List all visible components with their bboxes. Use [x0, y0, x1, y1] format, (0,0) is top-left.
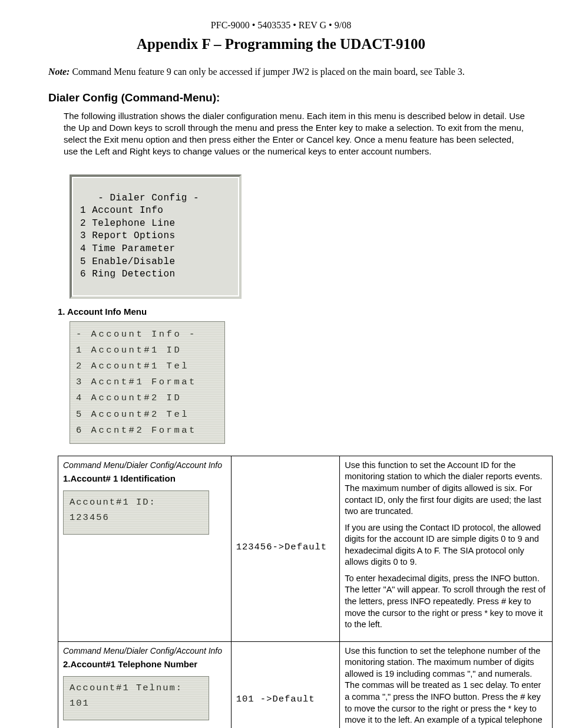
mini-lcd: Account#1 ID: 123456 — [63, 490, 209, 535]
dialer-menu-item: 3 Report Options — [80, 230, 176, 241]
doc-header: PFC-9000 • 5403535 • REV G • 9/08 — [29, 19, 533, 32]
lcd-line1: Account#1 Telnum: — [70, 683, 183, 693]
cell-left: Command Menu/Dialer Config/Account Info … — [58, 456, 232, 641]
row-title: 1.Account# 1 Identification — [63, 473, 226, 485]
dialer-config-menu-inner: - Dialer Config - 1 Account Info 2 Telep… — [73, 178, 238, 295]
breadcrumb: Command Menu/Dialer Config/Account Info — [63, 460, 226, 471]
dialer-menu-item: 4 Time Parameter — [80, 243, 176, 254]
body-text: The following illustration shows the dia… — [64, 110, 528, 158]
desc-para: If you are using the Contact ID protocol… — [345, 522, 547, 568]
note-text: Command Menu feature 9 can only be acces… — [70, 67, 464, 77]
dialer-menu-item: 1 Account Info — [80, 205, 163, 216]
table-row: Command Menu/Dialer Config/Account Info … — [58, 641, 553, 728]
lcd-line1: Account#1 ID: — [70, 497, 156, 508]
cell-left: Command Menu/Dialer Config/Account Info … — [58, 641, 232, 728]
mini-lcd: Account#1 Telnum: 101 — [63, 676, 209, 720]
lcd-line2: 101 — [70, 698, 90, 709]
lcd-account-info: - Account Info -1 Account#1 ID2 Account#… — [70, 321, 225, 444]
dialer-menu-item: 5 Enable/Disable — [80, 256, 176, 267]
dialer-menu-item: 2 Telephone Line — [80, 218, 176, 229]
dialer-menu-title: - Dialer Config - — [80, 193, 199, 203]
lcd-item: 2 Account#1 Tel — [76, 358, 219, 374]
cell-right: Use this function to set the Account ID … — [340, 456, 553, 641]
section-title: Dialer Config (Command-Menu): — [48, 90, 533, 106]
default-value: 123456->Default — [236, 541, 335, 554]
cell-mid: 101 ->Default — [231, 641, 340, 728]
dialer-menu-item: 6 Ring Detection — [80, 269, 176, 279]
lcd-item: 1 Account#1 ID — [76, 342, 219, 358]
appendix-title: Appendix F – Programming the UDACT-9100 — [29, 34, 533, 54]
lcd-item: 3 Accnt#1 Format — [76, 374, 219, 390]
desc-para: Use this function to set the telephone n… — [345, 645, 547, 728]
note-line: Note: Command Menu feature 9 can only be… — [48, 65, 533, 78]
lcd-line2: 123456 — [70, 512, 110, 523]
row-title: 2.Account#1 Telephone Number — [63, 658, 226, 670]
desc-para: Use this function to set the Account ID … — [345, 460, 547, 518]
default-value: 101 ->Default — [236, 693, 335, 706]
desc-para: To enter hexadecimal digits, press the I… — [345, 573, 547, 631]
table-row: Command Menu/Dialer Config/Account Info … — [58, 456, 553, 641]
note-prefix: Note: — [48, 67, 70, 77]
lcd-item: 6 Accnt#2 Format — [76, 423, 219, 439]
lcd-title: - Account Info - — [76, 327, 219, 342]
lcd-item: 4 Account#2 ID — [76, 390, 219, 406]
lcd-item: 5 Account#2 Tel — [76, 407, 219, 423]
cell-mid: 123456->Default — [231, 456, 340, 641]
cell-right: Use this function to set the telephone n… — [340, 641, 553, 728]
account-info-table: Command Menu/Dialer Config/Account Info … — [58, 456, 553, 728]
subhead-account-info: 1. Account Info Menu — [58, 306, 533, 318]
breadcrumb: Command Menu/Dialer Config/Account Info — [63, 645, 226, 657]
dialer-config-menu: - Dialer Config - 1 Account Info 2 Telep… — [70, 174, 242, 299]
